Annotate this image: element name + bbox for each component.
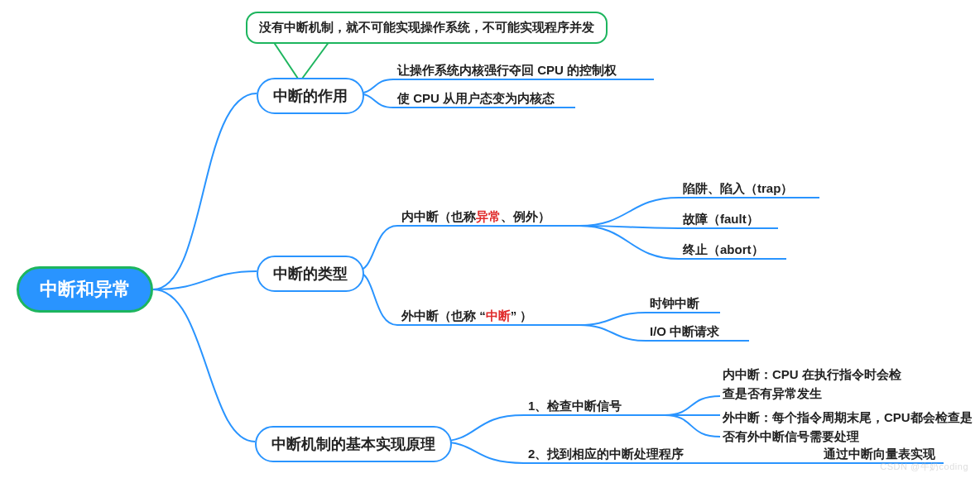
leaf-outer-interrupt: 外中断（也称 “中断” ） xyxy=(401,308,532,324)
text: 内中断（也称 xyxy=(401,209,476,223)
text-red: 中断 xyxy=(486,308,511,323)
leaf-timer: 时钟中断 xyxy=(650,296,699,312)
node-mechanism: 中断机制的基本实现原理 xyxy=(255,426,452,462)
text: 外中断（也称 “ xyxy=(401,308,486,323)
leaf-step-locate: 2、找到相应的中断处理程序 xyxy=(528,447,684,462)
leaf-role-2: 使 CPU 从用户态变为内核态 xyxy=(397,91,555,107)
leaf-check-outer: 外中断：每个指令周期末尾，CPU都会检查是否有外中断信号需要处理 xyxy=(723,409,979,446)
node-role: 中断的作用 xyxy=(257,78,364,114)
leaf-inner-interrupt: 内中断（也称异常、例外） xyxy=(401,209,550,225)
root-node: 中断和异常 xyxy=(17,266,153,313)
node-types: 中断的类型 xyxy=(257,256,364,292)
leaf-check-inner: 内中断：CPU 在执行指令时会检查是否有异常发生 xyxy=(723,366,905,403)
callout-importance: 没有中断机制，就不可能实现操作系统，不可能实现程序并发 xyxy=(246,12,608,44)
leaf-role-1: 让操作系统内核强行夺回 CPU 的控制权 xyxy=(397,63,617,79)
leaf-step-check: 1、检查中断信号 xyxy=(528,399,622,414)
leaf-io: I/O 中断请求 xyxy=(650,324,719,340)
leaf-fault: 故障（fault） xyxy=(683,212,759,227)
watermark: CSDN @牛奶coding xyxy=(880,461,968,473)
leaf-abort: 终止（abort） xyxy=(683,242,764,258)
text: 、例外） xyxy=(501,209,550,223)
leaf-trap: 陷阱、陷入（trap） xyxy=(683,181,793,197)
text-red: 异常 xyxy=(476,209,501,223)
text: ” ） xyxy=(511,308,533,323)
